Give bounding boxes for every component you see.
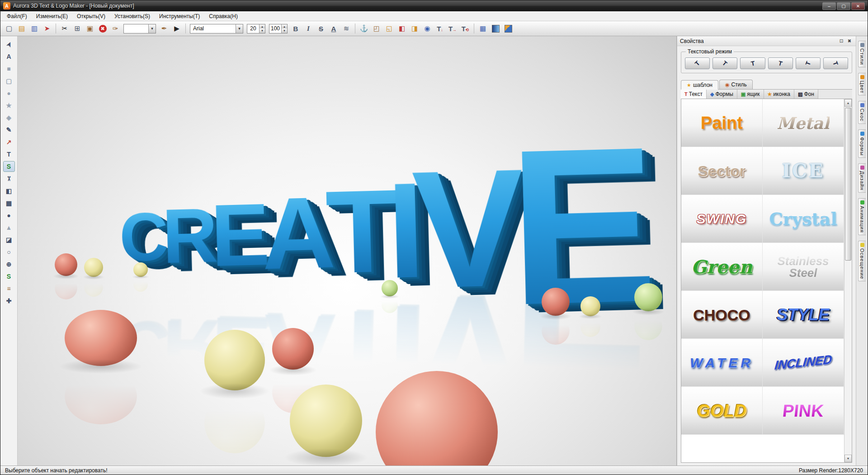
tab-icon[interactable]: ★ иконка: [764, 90, 794, 99]
menu-help[interactable]: Справка(H): [204, 12, 242, 21]
italic-button[interactable]: I: [302, 23, 314, 34]
move3d-tool[interactable]: ✚: [3, 295, 15, 306]
spin-up-icon[interactable]: ▴: [259, 24, 265, 29]
right-tab-color[interactable]: Цвет: [858, 73, 866, 96]
maximize-button[interactable]: ▢: [837, 2, 850, 10]
tab-template[interactable]: ★ шаблон: [681, 80, 718, 90]
scroll-up-icon[interactable]: ▲: [844, 99, 852, 107]
template-item[interactable]: PINK: [763, 387, 844, 435]
text-mode-5-button[interactable]: T: [796, 57, 821, 69]
scrollbar-thumb[interactable]: [845, 108, 851, 261]
menu-setup[interactable]: Установить(S): [110, 12, 155, 21]
canvas-3d-viewport[interactable]: CREATIVE CREATIVE: [18, 36, 677, 466]
text-mode-2-button[interactable]: T: [712, 57, 737, 69]
template-item[interactable]: Paint: [681, 99, 763, 147]
cut-button[interactable]: ✂: [59, 23, 71, 34]
chevron-down-icon[interactable]: ▾: [236, 24, 243, 33]
template-item[interactable]: Sector: [681, 147, 763, 195]
text-mode-6-button[interactable]: T: [823, 57, 848, 69]
cube-tool[interactable]: ◪: [3, 234, 15, 245]
text-mode-4-button[interactable]: T: [768, 57, 793, 69]
web-button[interactable]: ◉: [421, 23, 433, 34]
background-image-button[interactable]: [502, 23, 514, 34]
text-tool[interactable]: A: [3, 51, 15, 62]
layers-tool[interactable]: ≡: [3, 283, 15, 294]
scroll-down-icon[interactable]: ▼: [844, 455, 852, 462]
text-rotate-button[interactable]: T⟲: [459, 23, 471, 34]
template-item[interactable]: Green: [681, 243, 763, 291]
template-item[interactable]: Crystal: [763, 195, 844, 243]
menu-tools[interactable]: Инструменты(T): [155, 12, 204, 21]
strike-button[interactable]: S: [315, 23, 327, 34]
cube3d-button[interactable]: ◧: [396, 23, 408, 34]
underline-button[interactable]: A: [328, 23, 340, 34]
template-item[interactable]: CHOCO: [681, 291, 763, 339]
copy-button[interactable]: ⊞: [71, 23, 83, 34]
rounded-rect-tool[interactable]: ▢: [3, 76, 15, 86]
tab-background[interactable]: ▨ Фон: [794, 90, 818, 99]
preset-combo[interactable]: ▾: [123, 24, 156, 33]
right-tab-animation[interactable]: Анимация: [858, 198, 866, 235]
creative-3d-text[interactable]: CREATIVE: [117, 113, 660, 349]
cone-tool[interactable]: ▲: [3, 222, 15, 233]
tab-shapes[interactable]: ◆ Формы: [707, 90, 737, 99]
depth-stepper[interactable]: 100 ▴ ▾: [269, 24, 288, 33]
gradient-button[interactable]: [490, 23, 501, 34]
template-item[interactable]: GOLD: [681, 387, 763, 435]
close-panel-icon[interactable]: ✖: [846, 38, 853, 44]
play-button[interactable]: ▶: [171, 23, 183, 34]
delete-button[interactable]: ✖: [97, 23, 108, 34]
node-tool[interactable]: ⊕: [3, 259, 15, 270]
text3d-tool[interactable]: T: [3, 149, 15, 160]
template-scrollbar[interactable]: ▲ ▼: [844, 99, 852, 462]
surface-tool[interactable]: S: [3, 271, 15, 282]
knife-tool[interactable]: ✂: [4, 173, 14, 185]
minimize-button[interactable]: –: [822, 2, 836, 10]
close-button[interactable]: ✕: [851, 2, 865, 10]
select-tool[interactable]: ➤: [1, 37, 16, 52]
new-button[interactable]: ▢: [3, 23, 15, 34]
template-item[interactable]: WATER: [681, 339, 763, 387]
tab-box[interactable]: ▣ ящик: [737, 90, 764, 99]
menu-view[interactable]: Открыть(V): [72, 12, 110, 21]
font-family-combo[interactable]: Arial ▾: [190, 24, 243, 33]
ellipse-tool[interactable]: ●: [3, 88, 15, 99]
tab-text[interactable]: T Текст: [681, 90, 707, 99]
texture-button[interactable]: ≋: [340, 23, 352, 34]
chevron-down-icon[interactable]: ▾: [148, 24, 156, 33]
pin-icon[interactable]: ⊡: [838, 38, 845, 44]
right-tab-styles[interactable]: Стили: [858, 41, 866, 67]
text-orient-right-button[interactable]: T→: [447, 23, 458, 34]
bold-button[interactable]: B: [290, 23, 302, 34]
template-item[interactable]: STYLE: [763, 291, 844, 339]
window-layout-button[interactable]: ▦: [477, 23, 489, 34]
font-size-stepper[interactable]: 20 ▴ ▾: [247, 24, 265, 33]
arrow-tool[interactable]: ↗: [3, 137, 15, 147]
rect-tool[interactable]: ■: [3, 63, 15, 74]
paste-button[interactable]: ▣: [84, 23, 96, 34]
polygon-tool[interactable]: ◈: [3, 112, 15, 123]
right-tab-design[interactable]: Дизайн: [858, 163, 866, 193]
text-orient-down-button[interactable]: T↓: [434, 23, 446, 34]
open-button[interactable]: ▤: [16, 23, 28, 34]
ring-tool[interactable]: ○: [3, 247, 15, 257]
template-item[interactable]: INCLINED: [763, 339, 844, 387]
key-button[interactable]: ◨: [409, 23, 420, 34]
package2-button[interactable]: ◱: [383, 23, 395, 34]
panel-tool[interactable]: ▦: [3, 198, 15, 209]
depth-arrows[interactable]: ▴ ▾: [281, 24, 287, 33]
star-tool[interactable]: ★: [3, 100, 15, 111]
menu-file[interactable]: Файл(F): [2, 12, 32, 21]
shape3d-tool[interactable]: S: [3, 161, 15, 172]
text-mode-1-button[interactable]: T: [685, 57, 710, 69]
text-mode-3-button[interactable]: T: [740, 57, 765, 69]
package1-button[interactable]: ◰: [371, 23, 382, 34]
font-size-arrows[interactable]: ▴ ▾: [259, 24, 265, 33]
template-item[interactable]: Stainless Steel: [763, 243, 844, 291]
format-brush-button[interactable]: ✑: [109, 23, 121, 34]
save-button[interactable]: ▥: [28, 23, 40, 34]
spin-up-icon[interactable]: ▴: [282, 24, 287, 29]
tab-style[interactable]: ◉ Стиль: [719, 80, 753, 89]
spin-down-icon[interactable]: ▾: [259, 28, 265, 33]
right-tab-lighting[interactable]: Освещение: [858, 241, 866, 281]
